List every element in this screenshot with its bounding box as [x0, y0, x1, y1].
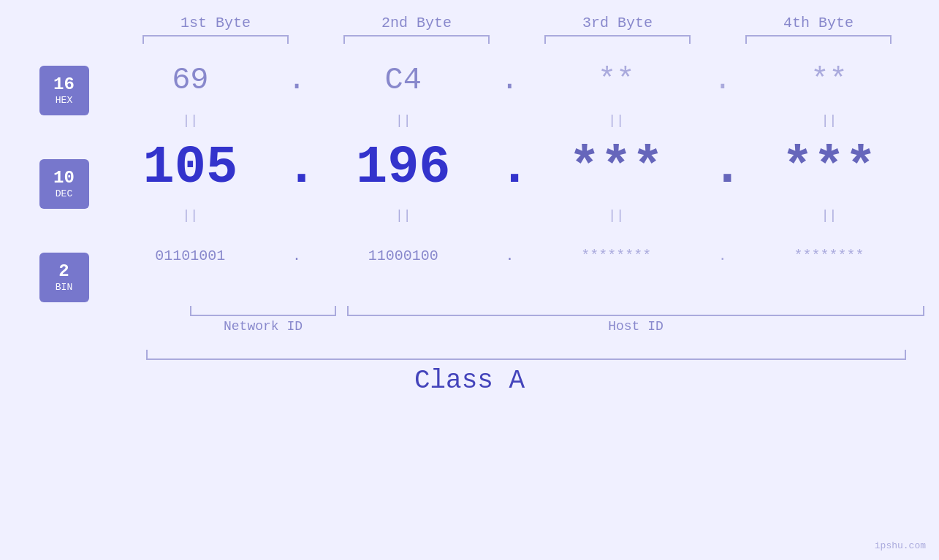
byte1-header: 1st Byte — [135, 15, 296, 31]
dec-dot1: . — [286, 138, 308, 198]
byte3-header: 3rd Byte — [537, 15, 698, 31]
data-area: 69 . C4 . ** . ** || || || || 105 — [95, 51, 939, 302]
hex-badge: 16 HEX — [39, 66, 89, 115]
class-row: Class A — [0, 350, 939, 396]
top-bracket-row — [115, 35, 919, 44]
dec-badge-label: DEC — [56, 188, 72, 199]
eq2-b2: || — [323, 208, 484, 223]
hex-byte3: ** — [536, 63, 696, 98]
eq2-b1: || — [110, 208, 270, 223]
bin-byte2: 11000100 — [323, 248, 484, 264]
bin-row: 01101001 . 11000100 . ******** . *******… — [95, 226, 924, 285]
hex-byte1: 69 — [110, 63, 270, 98]
eq2-b3: || — [536, 208, 696, 223]
eq2-b4: || — [749, 208, 910, 223]
eq1-b4: || — [749, 113, 910, 128]
dec-badge: 10 DEC — [39, 159, 89, 209]
bin-byte3: ******** — [536, 248, 696, 264]
class-a-label: Class A — [0, 366, 939, 396]
bin-byte1: 01101001 — [110, 248, 270, 264]
hex-row: 69 . C4 . ** . ** — [95, 51, 924, 110]
hex-dot3: . — [712, 63, 734, 98]
network-id-label: Network ID — [190, 319, 336, 334]
data-section: 16 HEX 10 DEC 2 BIN 69 . C4 . ** . ** — [0, 51, 939, 302]
dec-byte2: 196 — [323, 138, 484, 198]
badges-column: 16 HEX 10 DEC 2 BIN — [0, 51, 95, 302]
hex-dot1: . — [286, 63, 308, 98]
dec-byte3: *** — [536, 138, 696, 198]
network-id-bracket — [190, 306, 336, 316]
bin-dot2: . — [498, 248, 520, 264]
byte-headers: 1st Byte 2nd Byte 3rd Byte 4th Byte — [115, 15, 919, 31]
byte2-header: 2nd Byte — [336, 15, 497, 31]
hex-badge-num: 16 — [53, 75, 75, 94]
bin-dot1: . — [286, 248, 308, 264]
eq1-b3: || — [536, 113, 696, 128]
dec-byte1: 105 — [110, 138, 270, 198]
dec-dot3: . — [712, 138, 734, 198]
bin-badge-num: 2 — [58, 262, 69, 281]
hex-badge-label: HEX — [56, 95, 72, 106]
dec-row: 105 . 196 . *** . *** — [95, 131, 924, 204]
main-container: 1st Byte 2nd Byte 3rd Byte 4th Byte 16 H… — [0, 0, 939, 560]
byte4-header: 4th Byte — [738, 15, 899, 31]
hex-dot2: . — [498, 63, 520, 98]
bin-byte4: ******** — [749, 248, 910, 264]
equals-row-1: || || || || — [95, 110, 924, 131]
bracket-byte4 — [745, 35, 892, 44]
dec-byte4: *** — [749, 138, 910, 198]
class-bracket — [146, 350, 906, 360]
dec-dot2: . — [498, 138, 520, 198]
dec-badge-num: 10 — [53, 169, 75, 188]
bin-badge-label: BIN — [56, 282, 72, 293]
eq1-b1: || — [110, 113, 270, 128]
bracket-byte2 — [343, 35, 490, 44]
bracket-byte1 — [142, 35, 289, 44]
hex-byte2: C4 — [323, 63, 484, 98]
watermark: ipshu.com — [875, 540, 926, 551]
hex-byte4: ** — [749, 63, 910, 98]
host-id-bracket — [347, 306, 924, 316]
eq1-b2: || — [323, 113, 484, 128]
equals-row-2: || || || || — [95, 204, 924, 226]
bin-badge: 2 BIN — [39, 253, 89, 302]
host-id-label: Host ID — [347, 319, 924, 334]
bin-dot3: . — [712, 248, 734, 264]
bracket-byte3 — [544, 35, 691, 44]
